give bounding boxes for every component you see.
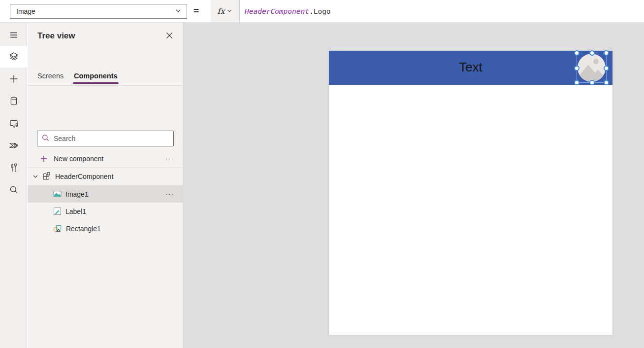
- tree-item-label: HeaderComponent: [55, 173, 113, 180]
- resize-handle-s[interactable]: [589, 80, 595, 85]
- close-icon: [165, 32, 173, 41]
- rectangle-icon: [53, 224, 62, 233]
- sidebar-item-advanced-tools[interactable]: [0, 157, 27, 178]
- sidebar-item-tree-view[interactable]: [0, 46, 27, 68]
- property-selector-value: Image: [16, 7, 175, 15]
- tools-icon: [9, 162, 19, 173]
- property-selector-dropdown[interactable]: Image: [10, 4, 187, 19]
- tree-search-box[interactable]: [37, 131, 174, 146]
- layers-icon: [8, 51, 19, 62]
- label-icon: [53, 207, 62, 215]
- header-text-label[interactable]: Text: [329, 51, 612, 85]
- resize-handle-nw[interactable]: [574, 50, 580, 56]
- new-component-button[interactable]: New component ···: [28, 150, 183, 167]
- tree-item-image1[interactable]: Image1 ···: [28, 185, 183, 203]
- header-rectangle[interactable]: Text: [329, 51, 612, 85]
- tree-view-panel: Tree view Screens Components New compone…: [28, 23, 183, 348]
- search-icon: [41, 134, 50, 144]
- media-icon: [8, 118, 19, 129]
- resize-handle-w[interactable]: [574, 66, 580, 71]
- sidebar-item-search[interactable]: [0, 179, 27, 201]
- plus-icon: [40, 155, 48, 163]
- image-icon: [53, 190, 62, 198]
- design-canvas[interactable]: Text: [183, 23, 644, 348]
- fx-icon: fx: [218, 6, 225, 16]
- chevron-down-icon: [226, 7, 232, 16]
- equals-sign: =: [193, 0, 199, 23]
- component-tree: HeaderComponent Image1 ···: [28, 167, 183, 237]
- tree-item-label: Image1: [65, 190, 165, 198]
- tree-item-label1[interactable]: Label1: [28, 203, 183, 220]
- sidebar-item-data[interactable]: [0, 90, 27, 112]
- formula-property: .Logo: [309, 7, 331, 15]
- new-component-more-button[interactable]: ···: [165, 156, 175, 161]
- selected-image-control[interactable]: [577, 53, 607, 83]
- resize-handle-sw[interactable]: [574, 80, 580, 85]
- menu-button[interactable]: [0, 24, 27, 46]
- resize-handle-ne[interactable]: [604, 50, 609, 56]
- component-artboard[interactable]: Text: [329, 51, 612, 335]
- left-nav-rail: [0, 23, 27, 348]
- component-icon: [42, 172, 51, 181]
- sidebar-item-media[interactable]: [0, 113, 27, 135]
- image1-more-button[interactable]: ···: [165, 192, 175, 197]
- panel-title: Tree view: [37, 31, 75, 41]
- formula-input[interactable]: HeaderComponent.Logo: [245, 0, 331, 22]
- plus-icon: [9, 74, 19, 84]
- formula-bar: Image = fx HeaderComponent.Logo: [0, 0, 644, 23]
- tree-item-rectangle1[interactable]: Rectangle1: [28, 220, 183, 237]
- sidebar-item-power-automate[interactable]: [0, 135, 27, 156]
- chevron-down-icon[interactable]: [32, 173, 39, 180]
- sidebar-item-insert[interactable]: [0, 68, 27, 90]
- resize-handle-e[interactable]: [604, 66, 609, 71]
- search-icon: [9, 185, 19, 195]
- tab-content: New component ··· HeaderComponent: [28, 86, 183, 348]
- tab-screens[interactable]: Screens: [37, 72, 64, 80]
- new-component-label: New component: [54, 155, 165, 163]
- tree-item-headercomponent[interactable]: HeaderComponent: [28, 168, 183, 185]
- panel-tabs: Screens Components: [28, 72, 183, 86]
- resize-handle-n[interactable]: [589, 50, 595, 56]
- fx-dropdown-button[interactable]: fx: [211, 0, 240, 22]
- tree-item-label: Label1: [65, 208, 175, 215]
- resize-handle-se[interactable]: [604, 80, 609, 85]
- search-input[interactable]: [54, 135, 169, 142]
- power-automate-icon: [8, 140, 19, 151]
- formula-entity: HeaderComponent: [245, 7, 309, 15]
- hamburger-menu-icon: [9, 30, 19, 40]
- chevron-down-icon: [175, 7, 182, 16]
- database-icon: [9, 96, 19, 106]
- tree-item-label: Rectangle1: [66, 225, 175, 233]
- close-panel-button[interactable]: [164, 32, 174, 41]
- tab-components[interactable]: Components: [74, 72, 118, 80]
